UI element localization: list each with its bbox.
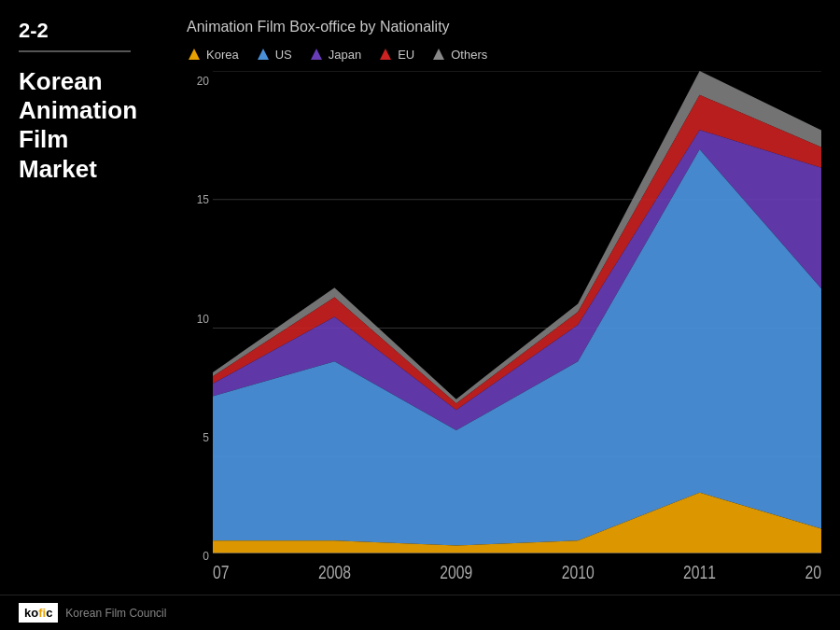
japan-legend-label: Japan xyxy=(329,48,361,62)
chart-svg-container: 2007 2008 2009 2010 2011 2012 xyxy=(213,71,821,585)
logo-c: c xyxy=(46,606,52,620)
y-axis: 0 5 10 15 20 xyxy=(187,71,213,585)
area-chart: 2007 2008 2009 2010 2011 2012 xyxy=(213,71,821,585)
chart-title: Animation Film Box-office by Nationality xyxy=(187,19,821,35)
svg-marker-4 xyxy=(433,49,444,60)
svg-marker-2 xyxy=(311,49,322,60)
legend-item-korea: Korea xyxy=(187,47,239,62)
y-label-0: 0 xyxy=(187,550,213,563)
japan-legend-icon xyxy=(309,47,324,62)
org-name: Korean Film Council xyxy=(65,607,166,620)
legend-item-others: Others xyxy=(431,47,487,62)
us-legend-label: US xyxy=(275,48,292,62)
chart-area: 0 5 10 15 20 xyxy=(187,71,821,585)
svg-marker-3 xyxy=(380,49,391,60)
us-legend-icon xyxy=(256,47,271,62)
others-legend-label: Others xyxy=(451,48,487,62)
chart-panel: Animation Film Box-office by Nationality… xyxy=(187,19,821,585)
korea-legend-label: Korea xyxy=(206,48,239,62)
section-title: Korean Animation Film Market xyxy=(19,67,187,184)
y-label-10: 10 xyxy=(187,313,213,326)
x-label-2010: 2010 xyxy=(562,562,595,582)
others-legend-icon xyxy=(431,47,446,62)
y-label-5: 5 xyxy=(187,431,213,444)
x-label-2007: 2007 xyxy=(213,562,229,582)
logo-box: kofic Korean Film Council xyxy=(19,603,166,623)
eu-legend-label: EU xyxy=(398,48,414,62)
chart-legend: Korea US Japan EU xyxy=(187,47,821,62)
svg-marker-1 xyxy=(258,49,269,60)
legend-item-japan: Japan xyxy=(309,47,361,62)
footer: kofic Korean Film Council xyxy=(0,595,840,630)
left-panel: 2-2 Korean Animation Film Market xyxy=(19,19,187,585)
y-label-15: 15 xyxy=(187,193,213,206)
svg-marker-0 xyxy=(189,49,200,60)
legend-item-eu: EU xyxy=(378,47,414,62)
eu-legend-icon xyxy=(378,47,393,62)
x-label-2009: 2009 xyxy=(440,562,472,582)
korea-legend-icon xyxy=(187,47,202,62)
logo-fi: fi xyxy=(38,606,46,620)
main-container: 2-2 Korean Animation Film Market Animati… xyxy=(0,0,840,595)
x-label-2008: 2008 xyxy=(318,562,351,582)
legend-item-us: US xyxy=(256,47,292,62)
x-label-2012: 2012 xyxy=(805,562,821,582)
logo-ko: ko xyxy=(24,606,38,620)
x-label-2011: 2011 xyxy=(683,562,716,582)
kofic-logo: kofic xyxy=(19,603,58,623)
section-divider xyxy=(19,50,131,52)
section-number: 2-2 xyxy=(19,19,187,43)
y-label-20: 20 xyxy=(187,75,213,88)
